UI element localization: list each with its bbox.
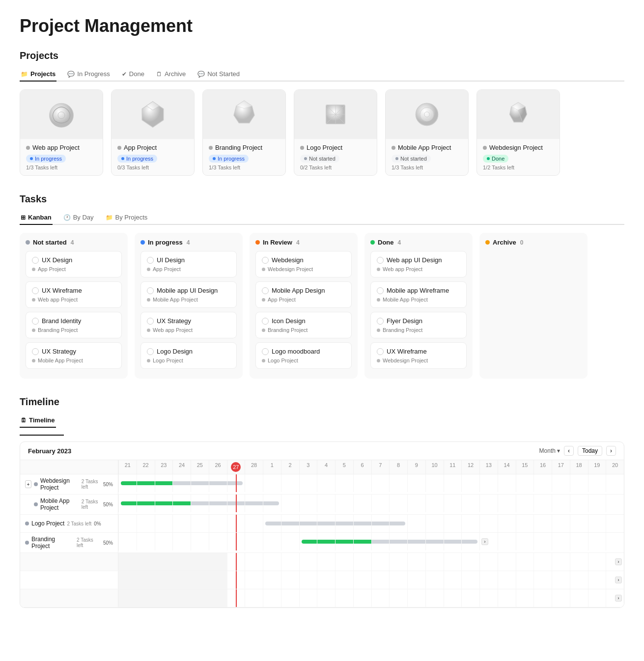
timeline-cell — [552, 515, 570, 532]
timeline-cell — [552, 474, 570, 492]
timeline-arrow-btn[interactable]: › — [615, 558, 622, 565]
projects-tab-archive[interactable]: 🗒Archive — [155, 67, 187, 82]
kanban-card[interactable]: Logo Design Logo Project — [140, 342, 237, 369]
timeline-empty-cell — [245, 589, 263, 607]
tasks-tab-byday[interactable]: 🕐By Day — [62, 211, 95, 225]
timeline-cell — [479, 474, 498, 492]
timeline-next-button[interactable]: › — [606, 446, 616, 456]
timeline-cell — [191, 533, 209, 551]
kanban-card[interactable]: Mobile App Design App Project — [255, 281, 352, 308]
timeline-row-dot — [25, 522, 29, 525]
projects-tab-done[interactable]: ✔Done — [121, 67, 145, 82]
timeline-row-name: Mobile App Project — [40, 497, 79, 511]
kanban-card[interactable]: Flyer Design Branding Project — [370, 312, 467, 338]
timeline-cell — [299, 533, 317, 551]
project-card-branding[interactable]: Branding Project In progress 1/3 Tasks l… — [202, 89, 286, 176]
kanban-card[interactable]: Web app UI Design Web app Project — [370, 251, 467, 277]
timeline-today-button[interactable]: Today — [578, 446, 602, 456]
timeline-expand-btn[interactable]: + — [25, 480, 31, 488]
timeline-row-percent: 0% — [94, 521, 101, 526]
timeline-arrow-btn[interactable]: › — [481, 538, 488, 545]
timeline-cell — [570, 515, 588, 532]
projects-tab-not-started[interactable]: 💬Not Started — [196, 67, 241, 82]
timeline-prev-button[interactable]: ‹ — [564, 446, 574, 456]
today-line — [236, 533, 237, 551]
kanban-card-project: Webdesign Project — [377, 358, 460, 363]
kanban-card[interactable]: Mobile app Wireframe Mobile App Project — [370, 281, 467, 308]
kanban-card[interactable]: UX Strategy Mobile App Project — [26, 342, 122, 369]
kanban-card[interactable]: Webdesign Webdesign Project — [255, 251, 352, 277]
kanban-card[interactable]: UX Wireframe Webdesign Project — [370, 342, 467, 369]
kanban-col-count: 4 — [296, 239, 300, 246]
timeline-empty-cell — [245, 571, 263, 589]
kanban-card[interactable]: UI Design App Project — [140, 251, 237, 277]
timeline-date-label: 28 — [245, 460, 263, 474]
timeline-arrow-btn[interactable]: › — [615, 595, 622, 602]
timeline-empty-cell — [461, 589, 479, 607]
projects-tab-projects[interactable]: 📁Projects — [20, 67, 56, 82]
timeline-date-label: 19 — [588, 460, 606, 474]
timeline-date-label: 15 — [516, 460, 534, 474]
timeline-empty-cell — [588, 553, 606, 571]
kanban-card-title: UX Wireframe — [32, 287, 115, 294]
project-status-badge: Not started — [300, 155, 339, 163]
kanban-card[interactable]: UX Design App Project — [26, 251, 122, 277]
timeline-cell — [461, 474, 479, 492]
timeline-bar-segment — [121, 501, 137, 505]
projects-tab-in-progress[interactable]: 💬In Progress — [66, 67, 111, 82]
timeline-tab[interactable]: 🗓 Timeline — [20, 413, 56, 428]
timeline-row-name: Webdesign Project — [40, 477, 79, 491]
kanban-card[interactable]: Icon Design Branding Project — [255, 312, 352, 338]
timeline-bar-segment — [462, 540, 477, 544]
timeline-empty-cell — [461, 553, 479, 571]
timeline-month-select[interactable]: Month ▾ — [539, 447, 560, 454]
kanban-card[interactable]: Mobile app UI Design Mobile App Project — [140, 281, 237, 308]
timeline-empty-cell — [191, 553, 209, 571]
project-card-web-app[interactable]: Web app Project In progress 1/3 Tasks le… — [20, 89, 103, 176]
timeline-date-label: 6 — [353, 460, 371, 474]
timeline-empty-cell — [227, 553, 245, 571]
timeline-cell — [516, 533, 534, 551]
project-card-logo[interactable]: Logo Project Not started 0/2 Tasks left — [294, 89, 377, 176]
timeline-row-dot — [34, 482, 38, 486]
timeline-cell — [118, 474, 137, 492]
timeline-empty-cell — [281, 571, 299, 589]
timeline-bar-segment — [173, 481, 191, 485]
project-card-app[interactable]: App Project In progress 0/3 Tasks left — [111, 89, 195, 176]
today-line — [236, 495, 237, 512]
kanban-col-count: 4 — [71, 239, 74, 246]
timeline-date-label: 11 — [444, 460, 462, 474]
project-card-mobile[interactable]: Mobile App Project Not started 1/3 Tasks… — [385, 89, 469, 176]
timeline-empty-cell — [353, 571, 371, 589]
project-card-webdesign[interactable]: Webdesign Project Done 1/2 Tasks left — [476, 89, 560, 176]
timeline-empty-cell — [137, 589, 155, 607]
timeline-cell — [227, 495, 245, 512]
kanban-card-project: Logo Project — [262, 358, 345, 363]
timeline-row-name: Branding Project — [31, 536, 74, 550]
timeline-bar-segment — [209, 481, 227, 485]
timeline-empty-cell — [498, 553, 516, 571]
kanban-col-title: In Review — [263, 239, 292, 246]
kanban-card[interactable]: UX Strategy Web app Project — [140, 312, 237, 338]
tasks-tab-byprojects[interactable]: 📁By Projects — [105, 211, 149, 225]
kanban-card[interactable]: Logo moodboard Logo Project — [255, 342, 352, 369]
timeline-bar-segment — [336, 522, 353, 525]
kanban-col-count: 4 — [187, 239, 190, 246]
kanban-card[interactable]: UX Wireframe Web app Project — [26, 281, 122, 308]
timeline-cell — [281, 474, 299, 492]
timeline-arrow-btn[interactable]: › — [615, 577, 622, 583]
tasks-tab-kanban[interactable]: ⊞Kanban — [20, 211, 53, 225]
kanban-card[interactable]: Brand Identity Branding Project — [26, 312, 122, 338]
timeline-cell — [588, 515, 606, 532]
timeline-row-empty: › — [20, 553, 624, 571]
timeline-cell — [552, 495, 570, 512]
kanban-card-project: Branding Project — [262, 327, 345, 333]
timeline-cell — [444, 495, 462, 512]
timeline-empty-cell — [588, 589, 606, 607]
timeline-date-label: 25 — [191, 460, 209, 474]
timeline-empty-cell — [570, 571, 588, 589]
timeline-empty-cell — [191, 571, 209, 589]
timeline-bar-segment — [155, 501, 173, 505]
timeline-empty-cell — [317, 553, 335, 571]
timeline-cell — [570, 474, 588, 492]
